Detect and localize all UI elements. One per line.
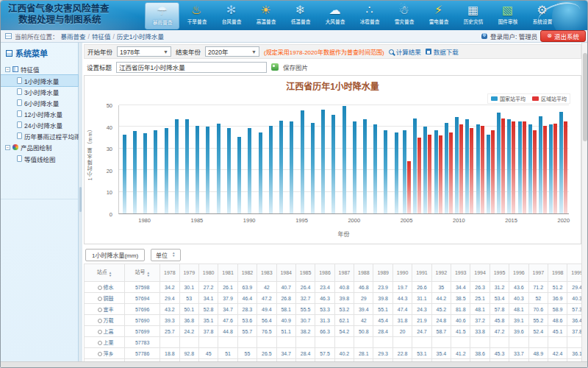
- bar-group-1985[interactable]: [193, 105, 203, 213]
- bar-group-2006[interactable]: [412, 105, 423, 213]
- bar-group-1989[interactable]: [234, 105, 245, 213]
- toolbar-item-drought[interactable]: ♨干旱普查: [179, 2, 214, 29]
- sort-arrows-icon[interactable]: ▲▼: [146, 272, 149, 277]
- legend-item[interactable]: 国家站平均: [491, 95, 526, 102]
- tree-expander-icon[interactable]: −: [5, 145, 10, 150]
- bar-group-2020[interactable]: [559, 105, 569, 213]
- legend-item[interactable]: 区域站平均: [532, 95, 567, 102]
- logout-button[interactable]: ⊗ 退出系统: [540, 30, 586, 42]
- bar-group-2013[interactable]: [485, 105, 495, 213]
- sidebar-item-isoline-drawing[interactable]: 等值线绘图: [1, 153, 78, 164]
- sidebar-group-feature-values[interactable]: −特征值: [1, 63, 78, 75]
- bar-group-2016[interactable]: [517, 105, 527, 213]
- sidebar-group-product-drawing[interactable]: −产品图绘制: [1, 141, 78, 153]
- breadcrumb-segment[interactable]: 特征值: [92, 33, 111, 40]
- bar-group-2018[interactable]: [537, 105, 548, 213]
- start-year-select[interactable]: 1978年 ▼: [117, 46, 171, 57]
- table-row-57699[interactable]: 上高5769925.724.237.844.855.776.551.138.26…: [85, 326, 584, 337]
- toolbar-item-typhoon[interactable]: ✻台风普查: [214, 2, 248, 29]
- bar-group-2019[interactable]: [548, 105, 559, 213]
- bar-group-2015[interactable]: [506, 105, 517, 213]
- table-row-57696[interactable]: 宜丰5769643.250.152.834.728.349.458.155.55…: [85, 304, 584, 315]
- bar-group-1986[interactable]: [203, 105, 213, 213]
- bar-group-2002[interactable]: [370, 105, 381, 213]
- bar-group-1996[interactable]: [307, 105, 318, 213]
- bar-group-1995[interactable]: [297, 105, 307, 213]
- download-button[interactable]: 数据下载: [426, 47, 459, 56]
- bar-group-1978[interactable]: [119, 105, 129, 213]
- bar-group-1981[interactable]: [151, 105, 161, 213]
- column-header-year-1986[interactable]: 1986: [315, 264, 334, 282]
- column-header-year-1992[interactable]: 1992: [431, 264, 451, 282]
- toolbar-item-snow[interactable]: ☃雪灾普查: [387, 2, 421, 29]
- column-header-year-1998[interactable]: 1998: [548, 264, 567, 282]
- station-radio[interactable]: [98, 286, 102, 290]
- bar-group-1979[interactable]: [129, 105, 140, 213]
- bar-group-2005[interactable]: [401, 105, 412, 213]
- table-row-57694[interactable]: 铜鼓5769429.45334.137.946.447.226.832.746.…: [85, 293, 584, 304]
- toolbar-item-map-review[interactable]: ▧图件审核: [490, 2, 525, 29]
- station-radio[interactable]: [98, 297, 102, 301]
- station-radio[interactable]: [98, 308, 102, 312]
- bar-group-2014[interactable]: [495, 105, 506, 213]
- column-header-year-1978[interactable]: 1978: [160, 264, 179, 282]
- table-row-57783[interactable]: 上栗57783: [85, 337, 584, 348]
- bar-group-2000[interactable]: [349, 105, 359, 213]
- station-radio[interactable]: [98, 341, 102, 345]
- vertical-scrollbar[interactable]: [581, 43, 587, 361]
- bar-group-1980[interactable]: [140, 105, 150, 213]
- bar-group-1993[interactable]: [276, 105, 287, 213]
- bar-group-2004[interactable]: [391, 105, 401, 213]
- bar-group-2009[interactable]: [443, 105, 453, 213]
- table-row-57690[interactable]: 万载5769039.336.835.147.653.656.440.930.73…: [85, 315, 584, 326]
- bar-group-1987[interactable]: [213, 105, 223, 213]
- sidebar-item-6h-precipitation[interactable]: 6小时降水量: [1, 97, 78, 108]
- sort-arrows-icon[interactable]: ▲▼: [109, 272, 112, 277]
- column-header-year-1996[interactable]: 1996: [509, 264, 528, 282]
- column-header-year-1980[interactable]: 1980: [198, 264, 218, 282]
- bar-group-1998[interactable]: [329, 105, 339, 213]
- bar-group-2003[interactable]: [381, 105, 391, 213]
- column-header-year-1989[interactable]: 1989: [373, 264, 392, 282]
- toolbar-item-hail[interactable]: ∴冰雹普查: [352, 2, 387, 29]
- toolbar-item-lightning[interactable]: ⚡雷电普查: [421, 2, 456, 29]
- tree-expander-icon[interactable]: −: [5, 67, 10, 72]
- bar-group-2017[interactable]: [527, 105, 537, 213]
- bar-group-1984[interactable]: [182, 105, 192, 213]
- bar-group-2007[interactable]: [423, 105, 433, 213]
- end-year-select[interactable]: 2020年 ▼: [205, 46, 259, 57]
- sidebar-item-3h-precipitation[interactable]: 3小时降水量: [1, 86, 78, 97]
- column-header-year-1997[interactable]: 1997: [528, 264, 548, 282]
- toolbar-item-low-temp[interactable]: ❄低温普查: [283, 2, 318, 29]
- calculate-button[interactable]: 计算结果: [389, 47, 421, 56]
- bar-group-2012[interactable]: [475, 105, 485, 213]
- column-header-year-1993[interactable]: 1993: [451, 264, 470, 282]
- column-header-year-1982[interactable]: 1982: [237, 264, 257, 282]
- bar-group-1983[interactable]: [171, 105, 182, 213]
- bar-group-2010[interactable]: [454, 105, 465, 213]
- vertical-scrollbar-thumb[interactable]: [583, 53, 587, 141]
- breadcrumb-segment[interactable]: 历史1小时降水量: [117, 33, 164, 40]
- sidebar-item-process-average[interactable]: 历年暴雨过程平均雨量: [1, 130, 78, 141]
- toolbar-item-history[interactable]: ▦历史灾情: [456, 2, 490, 29]
- sidebar-item-12h-precipitation[interactable]: 12小时降水量: [1, 108, 78, 119]
- chart-title-input[interactable]: [116, 62, 267, 73]
- column-header-year-1981[interactable]: 1981: [218, 264, 237, 282]
- bar-group-1999[interactable]: [339, 105, 349, 213]
- bar-group-1994[interactable]: [287, 105, 297, 213]
- bar-group-1992[interactable]: [265, 105, 276, 213]
- toolbar-item-gale[interactable]: ☁大风普查: [318, 2, 352, 29]
- sidebar-item-24h-precipitation[interactable]: 24小时降水量: [1, 119, 78, 130]
- station-radio[interactable]: [98, 352, 102, 356]
- column-header-year-1988[interactable]: 1988: [354, 264, 373, 282]
- column-header-year-1983[interactable]: 1983: [257, 264, 276, 282]
- toolbar-item-settings[interactable]: ⚙系统设置: [525, 2, 559, 29]
- sidebar-item-1h-precipitation[interactable]: 1小时降水量: [1, 75, 78, 86]
- toolbar-item-rainstorm[interactable]: ☂暴雨普查: [145, 2, 179, 29]
- save-image-button[interactable]: 保存图片: [283, 63, 308, 71]
- bar-group-1997[interactable]: [318, 105, 328, 213]
- column-header-year-1995[interactable]: 1995: [490, 264, 509, 282]
- bar-group-1990[interactable]: [245, 105, 255, 213]
- column-header-year-1987[interactable]: 1987: [334, 264, 354, 282]
- column-header-year-1990[interactable]: 1990: [392, 264, 412, 282]
